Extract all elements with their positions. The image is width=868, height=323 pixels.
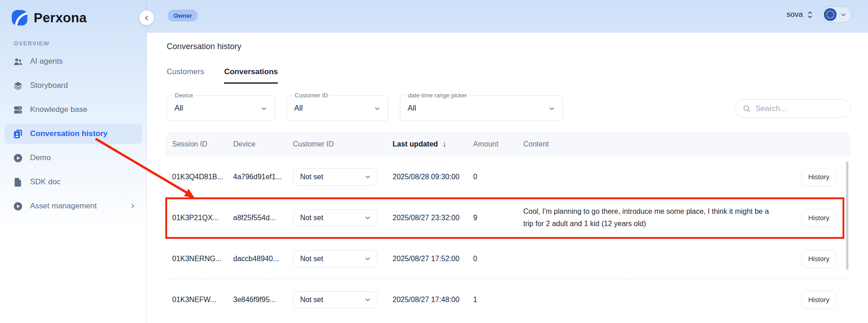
device-cell: a8f25f554d...	[233, 214, 293, 222]
col-last-updated[interactable]: Last updated ↓	[393, 140, 473, 149]
filter-value: All	[408, 104, 548, 113]
history-button[interactable]: History	[802, 209, 836, 227]
customer-id-select[interactable]: Not set	[293, 291, 378, 308]
device-cell: 4a796d91ef1...	[233, 173, 293, 181]
col-content[interactable]: Content	[523, 140, 791, 148]
customer-id-select[interactable]: Not set	[293, 209, 378, 227]
table-header: Session ID Device Customer ID Last updat…	[166, 132, 851, 156]
table-row: 01K3NERNG... daccb48940... Not set 2025/…	[166, 238, 851, 279]
content-cell: Cool, I'm planning to go there, introduc…	[523, 206, 791, 230]
account-name: sova	[786, 10, 803, 19]
main-panel: Conversation history Customers Conversat…	[147, 33, 868, 323]
select-value: Not set	[300, 173, 323, 181]
document-icon	[13, 177, 23, 187]
amount-cell: 0	[473, 173, 523, 181]
filter-value: All	[294, 104, 374, 113]
sidebar-item-label: Asset management	[30, 202, 97, 211]
owner-role-badge: Owner	[168, 10, 198, 21]
sidebar-item-ai-agents[interactable]: AI agents	[5, 51, 142, 71]
chevron-down-icon	[260, 105, 267, 112]
chevron-down-icon	[364, 173, 371, 180]
col-session-id[interactable]: Session ID	[172, 140, 233, 148]
sidebar-item-asset-management[interactable]: Asset management	[5, 196, 142, 216]
device-cell: 3e846f9f95...	[233, 296, 293, 304]
last-updated-cell: 2025/08/27 17:52:00	[393, 255, 473, 263]
users-icon	[13, 56, 23, 67]
select-value: Not set	[300, 255, 323, 263]
sidebar-item-storyboard[interactable]: Storyboard	[5, 76, 142, 96]
chevron-left-icon	[144, 15, 150, 21]
table-scrollbar[interactable]	[846, 162, 848, 270]
database-icon	[13, 105, 23, 115]
filter-label: Device	[173, 92, 195, 99]
brand-logo: Perxona	[11, 9, 87, 26]
col-customer-id[interactable]: Customer ID	[293, 140, 393, 148]
table-row: 01K3NEFW... 3e846f9f95... Not set 2025/0…	[166, 279, 851, 320]
conversations-table: Session ID Device Customer ID Last updat…	[166, 132, 851, 320]
language-selector[interactable]	[822, 6, 852, 23]
datetime-range-filter-select[interactable]: date-time range picker All	[400, 96, 563, 121]
history-button[interactable]: History	[802, 291, 836, 309]
chevron-down-icon	[548, 105, 555, 112]
account-switcher[interactable]: sova	[786, 10, 813, 19]
chevron-down-icon	[840, 11, 847, 18]
tab-conversations[interactable]: Conversations	[224, 67, 278, 84]
table-row-highlighted: 01K3P21QX... a8f25f554d... Not set 2025/…	[166, 197, 851, 238]
eu-flag-icon	[824, 8, 837, 21]
sort-desc-icon[interactable]: ↓	[443, 140, 447, 149]
app-window: Perxona OVERVIEW AI agents Storyboard	[0, 0, 868, 323]
sidebar-collapse-button[interactable]	[139, 10, 154, 25]
session-id-cell: 01K3Q4D81B...	[172, 173, 233, 181]
sidebar: Perxona OVERVIEW AI agents Storyboard	[0, 0, 147, 323]
sidebar-item-label: Storyboard	[30, 81, 68, 90]
filter-bar: Device All Customer ID All date-time ran…	[167, 96, 563, 121]
amount-cell: 9	[473, 214, 523, 222]
select-value: Not set	[300, 296, 323, 304]
chevron-down-icon	[364, 296, 371, 303]
device-cell: daccb48940...	[233, 255, 293, 263]
brand-name: Perxona	[34, 10, 87, 25]
chevron-down-icon	[364, 214, 371, 221]
conversation-history-icon	[13, 129, 23, 139]
col-amount[interactable]: Amount	[473, 140, 523, 148]
sidebar-item-sdk-doc[interactable]: SDK doc	[5, 172, 142, 192]
layers-icon	[13, 81, 23, 91]
page-title: Conversation history	[167, 42, 241, 51]
search-box	[735, 99, 851, 118]
session-id-cell: 01K3NEFW...	[172, 296, 233, 304]
session-id-cell: 01K3NERNG...	[172, 255, 233, 263]
search-input[interactable]	[756, 104, 843, 113]
sidebar-item-label: AI agents	[30, 57, 63, 66]
play-circle-icon	[13, 201, 23, 212]
sidebar-item-label: Knowledge base	[30, 105, 87, 114]
filter-label: date-time range picker	[406, 92, 469, 99]
col-label: Last updated	[393, 140, 438, 148]
last-updated-cell: 2025/08/28 09:30:00	[393, 173, 473, 181]
chevron-down-icon	[374, 105, 381, 112]
sidebar-item-demo[interactable]: Demo	[5, 148, 142, 168]
sidebar-item-label: SDK doc	[30, 177, 61, 187]
sidebar-item-knowledge-base[interactable]: Knowledge base	[5, 100, 142, 120]
select-value: Not set	[300, 214, 323, 222]
filter-label: Customer ID	[292, 92, 330, 99]
topbar-right: sova	[786, 6, 852, 23]
sidebar-item-conversation-history[interactable]: Conversation history	[5, 124, 142, 144]
play-circle-icon	[13, 153, 23, 163]
amount-cell: 1	[473, 296, 523, 304]
customer-id-filter-select[interactable]: Customer ID All	[286, 96, 388, 121]
session-id-cell: 01K3P21QX...	[172, 214, 233, 222]
device-filter-select[interactable]: Device All	[167, 96, 275, 121]
col-device[interactable]: Device	[233, 140, 293, 148]
unfold-more-icon	[807, 10, 813, 19]
sidebar-nav: AI agents Storyboard Knowledge base Conv…	[5, 51, 142, 216]
sidebar-section-label: OVERVIEW	[14, 40, 50, 47]
last-updated-cell: 2025/08/27 23:32:00	[393, 214, 473, 222]
filter-value: All	[174, 104, 260, 113]
history-button[interactable]: History	[802, 168, 836, 186]
history-button[interactable]: History	[802, 250, 836, 268]
amount-cell: 0	[473, 255, 523, 263]
last-updated-cell: 2025/08/27 17:48:00	[393, 296, 473, 304]
tab-customers[interactable]: Customers	[167, 67, 204, 84]
customer-id-select[interactable]: Not set	[293, 250, 378, 267]
customer-id-select[interactable]: Not set	[293, 168, 378, 186]
